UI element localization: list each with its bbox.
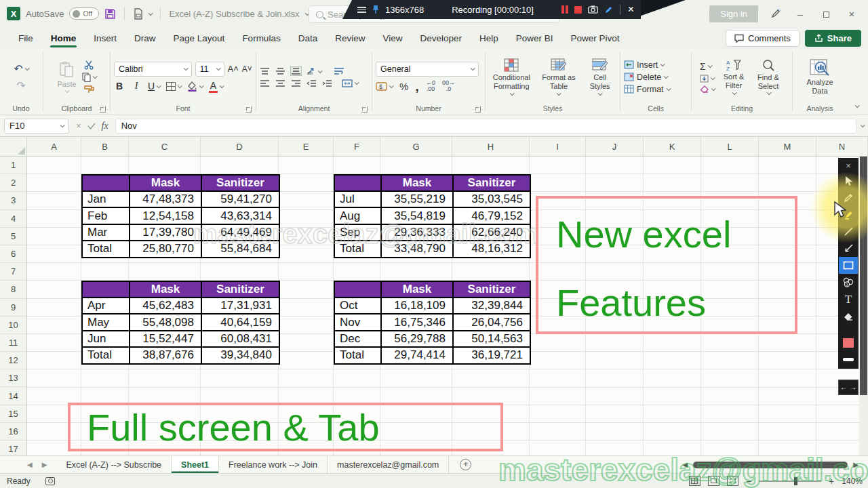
row-header-7[interactable]: 7 bbox=[0, 263, 26, 281]
highlighter-tool[interactable] bbox=[839, 206, 858, 223]
table-cell[interactable]: 55,48,098 bbox=[130, 314, 201, 330]
line-tool[interactable] bbox=[839, 223, 858, 240]
horizontal-scrollbar[interactable]: ◀ ▶ bbox=[683, 461, 859, 468]
increase-decimal-button[interactable]: ←0.00 bbox=[426, 80, 435, 93]
annotate-pencil-icon[interactable] bbox=[604, 5, 613, 14]
sheet-tab-masterexcelaz-gmail-com[interactable]: masterexcelaz@gmail.com bbox=[328, 456, 449, 473]
table-header-cell[interactable]: Mask bbox=[381, 175, 453, 191]
table-cell[interactable]: 12,54,158 bbox=[130, 207, 201, 224]
page-break-view-button[interactable] bbox=[727, 476, 738, 486]
table-cell[interactable]: 55,84,684 bbox=[201, 241, 279, 257]
autosum-button[interactable]: Σ bbox=[700, 61, 711, 72]
toolbar-next-icon[interactable]: → bbox=[850, 384, 856, 391]
stop-button[interactable] bbox=[574, 6, 582, 14]
row-header-16[interactable]: 16 bbox=[0, 423, 26, 441]
increase-font-icon[interactable]: A˄ bbox=[228, 64, 239, 74]
middle-align-icon[interactable] bbox=[275, 67, 285, 75]
table-cell[interactable]: 40,64,159 bbox=[201, 314, 279, 330]
new-sheet-button[interactable]: + bbox=[460, 459, 471, 470]
zoom-slider-thumb[interactable] bbox=[794, 477, 797, 485]
zoom-out-button[interactable]: − bbox=[746, 476, 751, 487]
fill-button[interactable] bbox=[700, 75, 714, 83]
ribbon-tab-power-bi[interactable]: Power BI bbox=[507, 27, 562, 49]
color-swatch[interactable] bbox=[839, 334, 858, 351]
ink-pen-icon[interactable] bbox=[770, 8, 781, 19]
next-sheet-icon[interactable]: ▶ bbox=[42, 461, 47, 468]
row-header-5[interactable]: 5 bbox=[0, 228, 26, 245]
menu-icon[interactable] bbox=[357, 7, 366, 13]
column-header-I[interactable]: I bbox=[530, 137, 586, 156]
table-cell[interactable]: 35,54,819 bbox=[381, 207, 453, 224]
table-cell[interactable]: 50,14,563 bbox=[453, 331, 530, 347]
toolbar-close-icon[interactable]: × bbox=[839, 159, 858, 172]
table-cell[interactable]: Jun bbox=[82, 331, 130, 347]
rectangle-tool[interactable] bbox=[839, 257, 858, 274]
insert-cells-button[interactable]: Insert bbox=[624, 60, 664, 70]
table-cell[interactable]: 16,75,346 bbox=[381, 314, 453, 330]
ribbon-tab-developer[interactable]: Developer bbox=[411, 27, 471, 49]
cancel-icon[interactable]: × bbox=[76, 121, 81, 131]
autosave-toggle[interactable]: Off bbox=[69, 7, 99, 20]
table-cell[interactable]: Feb bbox=[82, 207, 130, 224]
table-header-cell[interactable] bbox=[334, 175, 381, 191]
sign-in-button[interactable]: Sign in bbox=[709, 5, 758, 22]
eraser-tool[interactable] bbox=[839, 308, 858, 325]
camera-icon[interactable] bbox=[588, 5, 598, 14]
table-header-cell[interactable]: Sanitizer bbox=[201, 175, 279, 191]
column-header-C[interactable]: C bbox=[129, 137, 201, 156]
pin-icon[interactable] bbox=[372, 5, 379, 14]
minimize-button[interactable]: – bbox=[793, 8, 807, 20]
table-cell[interactable]: 25,80,770 bbox=[130, 241, 201, 257]
ribbon-tab-view[interactable]: View bbox=[374, 27, 411, 49]
ribbon-tab-data[interactable]: Data bbox=[290, 27, 327, 49]
table-header-cell[interactable]: Sanitizer bbox=[453, 281, 530, 298]
table-cell[interactable]: 35,03,545 bbox=[453, 191, 530, 207]
clear-button[interactable] bbox=[700, 85, 715, 94]
table-cell[interactable]: Apr bbox=[82, 298, 130, 314]
table-cell[interactable]: Jan bbox=[82, 191, 130, 207]
format-cells-button[interactable]: Format bbox=[624, 85, 670, 94]
alignment-dialog-launcher-icon[interactable] bbox=[361, 106, 368, 113]
table-cell[interactable]: 43,63,314 bbox=[201, 207, 279, 224]
sheet-tab-freelance-work-join[interactable]: Freelance work --> Join bbox=[219, 456, 328, 473]
row-header-13[interactable]: 13 bbox=[0, 369, 26, 387]
column-header-G[interactable]: G bbox=[380, 137, 452, 156]
orientation-button[interactable]: ab bbox=[307, 67, 321, 75]
ribbon-tab-page-layout[interactable]: Page Layout bbox=[165, 27, 234, 49]
accounting-format-button[interactable]: $ bbox=[376, 82, 393, 91]
row-header-17[interactable]: 17 bbox=[0, 441, 26, 455]
comma-style-button[interactable]: , bbox=[415, 83, 419, 89]
table-cell[interactable]: 35,55,219 bbox=[381, 191, 453, 207]
print-preview-icon[interactable] bbox=[133, 8, 143, 20]
increase-indent-icon[interactable] bbox=[322, 79, 332, 87]
wrap-text-icon[interactable] bbox=[334, 67, 344, 76]
table-cell[interactable]: 46,79,152 bbox=[453, 207, 530, 224]
table-header-cell[interactable]: Mask bbox=[381, 281, 453, 298]
table-header-cell[interactable]: Mask bbox=[130, 175, 201, 191]
cell-styles-button[interactable]: Cell Styles bbox=[584, 58, 616, 95]
ribbon-tab-help[interactable]: Help bbox=[471, 27, 507, 49]
toolbar-prev-icon[interactable]: ← bbox=[840, 384, 847, 391]
row-header-3[interactable]: 3 bbox=[0, 192, 26, 209]
table-cell[interactable]: 32,39,844 bbox=[453, 298, 530, 314]
toolbar-nav[interactable]: ←→ bbox=[838, 380, 859, 395]
font-name-select[interactable]: Calibri bbox=[114, 62, 192, 77]
scroll-right-icon[interactable]: ▶ bbox=[853, 461, 859, 468]
table-cell[interactable]: 60,08,431 bbox=[201, 331, 279, 347]
table-cell[interactable]: 36,19,721 bbox=[453, 347, 530, 363]
align-left-icon[interactable] bbox=[260, 79, 270, 87]
clipboard-dialog-launcher-icon[interactable] bbox=[100, 106, 106, 113]
table-cell[interactable]: 48,16,312 bbox=[453, 241, 530, 257]
table-cell[interactable]: 45,62,483 bbox=[130, 298, 201, 314]
column-header-H[interactable]: H bbox=[452, 137, 530, 156]
macro-record-icon[interactable] bbox=[45, 477, 55, 485]
paste-button[interactable]: Paste bbox=[57, 61, 76, 94]
column-header-D[interactable]: D bbox=[201, 137, 279, 156]
align-center-icon[interactable] bbox=[275, 79, 285, 87]
table-cell[interactable]: Mar bbox=[82, 224, 130, 241]
scroll-left-icon[interactable]: ◀ bbox=[683, 461, 688, 468]
column-header-F[interactable]: F bbox=[334, 137, 380, 156]
column-header-E[interactable]: E bbox=[279, 137, 334, 156]
row-header-1[interactable]: 1 bbox=[0, 157, 26, 174]
sheet-tab-excel-a-z-subscribe[interactable]: Excel (A-Z) --> Subscribe bbox=[56, 456, 172, 473]
